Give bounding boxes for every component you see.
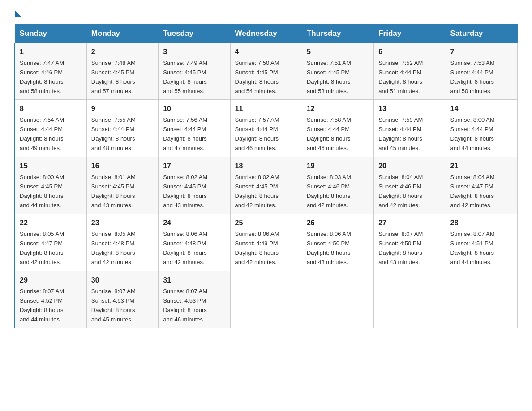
calendar-cell: 20Sunrise: 8:04 AMSunset: 4:46 PMDayligh…: [374, 157, 446, 214]
day-info: Sunrise: 7:52 AMSunset: 4:44 PMDaylight:…: [378, 60, 423, 94]
calendar-header-row: SundayMondayTuesdayWednesdayThursdayFrid…: [15, 25, 518, 43]
col-header-saturday: Saturday: [446, 25, 517, 43]
calendar-table: SundayMondayTuesdayWednesdayThursdayFrid…: [14, 24, 518, 328]
day-info: Sunrise: 7:54 AMSunset: 4:44 PMDaylight:…: [20, 116, 64, 151]
col-header-monday: Monday: [86, 25, 158, 43]
day-info: Sunrise: 8:00 AMSunset: 4:44 PMDaylight:…: [450, 116, 495, 151]
day-info: Sunrise: 8:06 AMSunset: 4:50 PMDaylight:…: [307, 231, 351, 265]
day-number: 3: [163, 47, 225, 58]
calendar-cell: 22Sunrise: 8:05 AMSunset: 4:47 PMDayligh…: [15, 214, 86, 271]
day-number: 5: [307, 47, 369, 58]
day-info: Sunrise: 7:50 AMSunset: 4:45 PMDaylight:…: [235, 60, 279, 94]
day-info: Sunrise: 8:07 AMSunset: 4:52 PMDaylight:…: [20, 288, 64, 323]
day-info: Sunrise: 8:05 AMSunset: 4:48 PMDaylight:…: [91, 231, 136, 265]
calendar-cell: 17Sunrise: 8:02 AMSunset: 4:45 PMDayligh…: [159, 157, 230, 214]
day-number: 21: [450, 161, 513, 172]
day-info: Sunrise: 7:57 AMSunset: 4:44 PMDaylight:…: [235, 116, 279, 151]
calendar-cell: 10Sunrise: 7:56 AMSunset: 4:44 PMDayligh…: [159, 100, 230, 157]
calendar-week-row: 8Sunrise: 7:54 AMSunset: 4:44 PMDaylight…: [15, 100, 518, 157]
day-info: Sunrise: 8:03 AMSunset: 4:46 PMDaylight:…: [307, 174, 351, 209]
calendar-cell: [230, 271, 302, 328]
calendar-cell: 2Sunrise: 7:48 AMSunset: 4:45 PMDaylight…: [86, 43, 158, 100]
calendar-cell: 1Sunrise: 7:47 AMSunset: 4:46 PMDaylight…: [15, 43, 86, 100]
calendar-cell: 13Sunrise: 7:59 AMSunset: 4:44 PMDayligh…: [374, 100, 446, 157]
calendar-cell: 5Sunrise: 7:51 AMSunset: 4:45 PMDaylight…: [302, 43, 373, 100]
logo-arrow-icon: [15, 11, 21, 17]
day-number: 2: [91, 47, 154, 58]
day-number: 30: [91, 275, 154, 286]
day-info: Sunrise: 8:05 AMSunset: 4:47 PMDaylight:…: [20, 231, 64, 265]
calendar-cell: 15Sunrise: 8:00 AMSunset: 4:45 PMDayligh…: [15, 157, 86, 214]
calendar-cell: 24Sunrise: 8:06 AMSunset: 4:48 PMDayligh…: [159, 214, 230, 271]
calendar-cell: 28Sunrise: 8:07 AMSunset: 4:51 PMDayligh…: [446, 214, 517, 271]
col-header-tuesday: Tuesday: [159, 25, 230, 43]
calendar-cell: 4Sunrise: 7:50 AMSunset: 4:45 PMDaylight…: [230, 43, 302, 100]
day-number: 4: [235, 47, 297, 58]
day-info: Sunrise: 7:58 AMSunset: 4:44 PMDaylight:…: [307, 116, 351, 151]
calendar-week-row: 22Sunrise: 8:05 AMSunset: 4:47 PMDayligh…: [15, 214, 518, 271]
calendar-week-row: 15Sunrise: 8:00 AMSunset: 4:45 PMDayligh…: [15, 157, 518, 214]
calendar-cell: 9Sunrise: 7:55 AMSunset: 4:44 PMDaylight…: [86, 100, 158, 157]
day-info: Sunrise: 7:55 AMSunset: 4:44 PMDaylight:…: [91, 116, 136, 151]
day-number: 25: [235, 218, 297, 229]
calendar-cell: 8Sunrise: 7:54 AMSunset: 4:44 PMDaylight…: [15, 100, 86, 157]
calendar-cell: 11Sunrise: 7:57 AMSunset: 4:44 PMDayligh…: [230, 100, 302, 157]
day-number: 8: [20, 103, 82, 115]
calendar-cell: 30Sunrise: 8:07 AMSunset: 4:53 PMDayligh…: [86, 271, 158, 328]
day-info: Sunrise: 8:07 AMSunset: 4:53 PMDaylight:…: [163, 288, 207, 323]
day-info: Sunrise: 8:06 AMSunset: 4:49 PMDaylight:…: [235, 231, 279, 265]
calendar-cell: 14Sunrise: 8:00 AMSunset: 4:44 PMDayligh…: [446, 100, 517, 157]
calendar-cell: 3Sunrise: 7:49 AMSunset: 4:45 PMDaylight…: [159, 43, 230, 100]
day-number: 9: [91, 103, 154, 115]
calendar-cell: 31Sunrise: 8:07 AMSunset: 4:53 PMDayligh…: [159, 271, 230, 328]
day-number: 27: [378, 218, 441, 229]
day-info: Sunrise: 8:04 AMSunset: 4:47 PMDaylight:…: [450, 174, 495, 209]
col-header-wednesday: Wednesday: [230, 25, 302, 43]
page-header: [14, 11, 518, 16]
calendar-cell: 27Sunrise: 8:07 AMSunset: 4:50 PMDayligh…: [374, 214, 446, 271]
day-number: 1: [20, 47, 82, 58]
day-number: 28: [450, 218, 513, 229]
calendar-cell: [446, 271, 517, 328]
calendar-cell: [302, 271, 373, 328]
logo-text: [14, 11, 21, 16]
day-number: 22: [20, 218, 82, 229]
day-number: 20: [378, 161, 441, 172]
day-number: 29: [20, 275, 82, 286]
day-number: 7: [450, 47, 513, 58]
day-info: Sunrise: 7:56 AMSunset: 4:44 PMDaylight:…: [163, 116, 207, 151]
calendar-week-row: 29Sunrise: 8:07 AMSunset: 4:52 PMDayligh…: [15, 271, 518, 328]
day-number: 17: [163, 161, 225, 172]
day-info: Sunrise: 8:06 AMSunset: 4:48 PMDaylight:…: [163, 231, 207, 265]
day-info: Sunrise: 8:02 AMSunset: 4:45 PMDaylight:…: [163, 174, 207, 209]
logo: [14, 11, 21, 16]
day-number: 23: [91, 218, 154, 229]
calendar-cell: 25Sunrise: 8:06 AMSunset: 4:49 PMDayligh…: [230, 214, 302, 271]
day-info: Sunrise: 8:01 AMSunset: 4:45 PMDaylight:…: [91, 174, 136, 209]
col-header-thursday: Thursday: [302, 25, 373, 43]
day-number: 15: [20, 161, 82, 172]
calendar-cell: 21Sunrise: 8:04 AMSunset: 4:47 PMDayligh…: [446, 157, 517, 214]
day-number: 16: [91, 161, 154, 172]
day-info: Sunrise: 7:51 AMSunset: 4:45 PMDaylight:…: [307, 60, 351, 94]
calendar-cell: 16Sunrise: 8:01 AMSunset: 4:45 PMDayligh…: [86, 157, 158, 214]
day-info: Sunrise: 7:47 AMSunset: 4:46 PMDaylight:…: [20, 60, 64, 94]
day-info: Sunrise: 8:04 AMSunset: 4:46 PMDaylight:…: [378, 174, 423, 209]
calendar-cell: 6Sunrise: 7:52 AMSunset: 4:44 PMDaylight…: [374, 43, 446, 100]
day-info: Sunrise: 7:59 AMSunset: 4:44 PMDaylight:…: [378, 116, 423, 151]
day-info: Sunrise: 8:07 AMSunset: 4:50 PMDaylight:…: [378, 231, 423, 265]
calendar-cell: 12Sunrise: 7:58 AMSunset: 4:44 PMDayligh…: [302, 100, 373, 157]
day-number: 18: [235, 161, 297, 172]
col-header-friday: Friday: [374, 25, 446, 43]
calendar-cell: 29Sunrise: 8:07 AMSunset: 4:52 PMDayligh…: [15, 271, 86, 328]
day-info: Sunrise: 8:00 AMSunset: 4:45 PMDaylight:…: [20, 174, 64, 209]
col-header-sunday: Sunday: [15, 25, 86, 43]
day-number: 19: [307, 161, 369, 172]
day-number: 24: [163, 218, 225, 229]
calendar-week-row: 1Sunrise: 7:47 AMSunset: 4:46 PMDaylight…: [15, 43, 518, 100]
day-number: 6: [378, 47, 441, 58]
day-info: Sunrise: 7:48 AMSunset: 4:45 PMDaylight:…: [91, 60, 136, 94]
day-number: 10: [163, 103, 225, 115]
day-number: 12: [307, 103, 369, 115]
calendar-cell: 7Sunrise: 7:53 AMSunset: 4:44 PMDaylight…: [446, 43, 517, 100]
